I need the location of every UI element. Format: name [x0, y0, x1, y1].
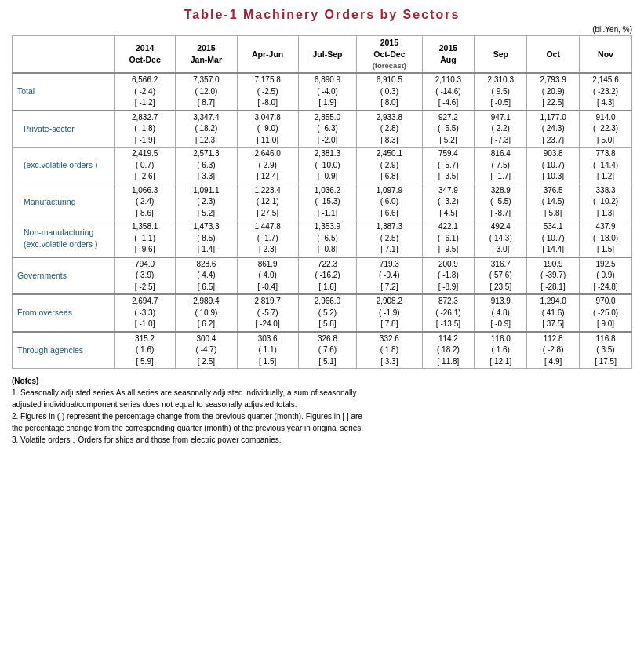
- row-label-2: (exc.volatile orders ): [13, 148, 115, 184]
- data-cell-r3-c5: 347.9 ( -3.2) [ 4.5]: [422, 184, 475, 220]
- data-cell-r7-c7: 112.8 ( -2.8) [ 4.9]: [527, 332, 580, 369]
- unit-label: (bil.Yen, %): [12, 25, 632, 34]
- data-cell-r7-c5: 114.2 ( 18.2) [ 11.8]: [422, 332, 475, 369]
- note-line-2: adjusted individual/component series doe…: [12, 399, 632, 410]
- data-cell-r0-c4: 6,910.5 ( 0.3) [ 8.0]: [357, 73, 422, 111]
- col-header-sep: Sep: [475, 36, 527, 74]
- data-cell-r5-c7: 190.9 ( -39.7) [ -28.1]: [527, 257, 580, 295]
- col-header-jul: Jul-Sep: [298, 36, 356, 74]
- notes-section: (Notes)1. Seasonally adjusted series.As …: [12, 375, 632, 446]
- data-cell-r3-c0: 1,066.3 ( 2.4) [ 8.6]: [115, 184, 176, 220]
- data-cell-r0-c3: 6,890.9 ( -4.0) [ 1.9]: [298, 73, 356, 111]
- note-line-4: the percentage change from the correspon…: [12, 422, 632, 434]
- col-header-apr: Apr-Jun: [237, 36, 298, 74]
- data-cell-r2-c0: 2,419.5 ( 0.7) [ -2.6]: [115, 148, 176, 184]
- data-cell-r1-c4: 2,933.8 ( 2.8) [ 8.3]: [357, 111, 422, 148]
- data-cell-r2-c3: 2,381.3 ( -10.0) [ -0.9]: [298, 148, 356, 184]
- data-cell-r1-c6: 947.1 ( 2.2) [ -7.3]: [475, 111, 527, 148]
- data-cell-r4-c1: 1,473.3 ( 8.5) [ 1.4]: [176, 220, 237, 257]
- col-header-label: [13, 36, 115, 74]
- data-cell-r2-c4: 2,450.1 ( 2.9) [ 6.8]: [357, 148, 422, 184]
- data-cell-r1-c3: 2,855.0 ( -6.3) [ -2.0]: [298, 111, 356, 148]
- data-cell-r1-c1: 3,347.4 ( 18.2) [ 12.3]: [176, 111, 237, 148]
- data-cell-r2-c5: 759.4 ( -5.7) [ -3.5]: [422, 148, 475, 184]
- data-cell-r1-c2: 3,047.8 ( -9.0) [ 11.0]: [237, 111, 298, 148]
- data-cell-r5-c0: 794.0 ( 3.9) [ -2.5]: [115, 257, 176, 295]
- row-label-4: Non-manufacturing(exc.volatile orders ): [13, 220, 115, 257]
- data-cell-r3-c4: 1,097.9 ( 6.0) [ 6.6]: [357, 184, 422, 220]
- row-label-7: Through agencies: [13, 332, 115, 369]
- data-cell-r0-c7: 2,793.9 ( 20.9) [ 22.5]: [527, 73, 580, 111]
- data-cell-r1-c5: 927.2 ( -5.5) [ 5.2]: [422, 111, 475, 148]
- data-cell-r7-c0: 315.2 ( 1.6) [ 5.9]: [115, 332, 176, 369]
- col-header-nov: Nov: [580, 36, 632, 74]
- data-cell-r6-c2: 2,819.7 ( -5.7) [ -24.0]: [237, 294, 298, 332]
- data-cell-r2-c7: 903.8 ( 10.7) [ 10.3]: [527, 148, 580, 184]
- data-cell-r7-c3: 326.8 ( 7.6) [ 5.1]: [298, 332, 356, 369]
- data-cell-r4-c5: 422.1 ( -6.1) [ -9.5]: [422, 220, 475, 257]
- note-line-0: (Notes): [12, 375, 632, 387]
- row-label-5: Governments: [13, 257, 115, 295]
- data-cell-r2-c8: 773.8 ( -14.4) [ 1.2]: [580, 148, 632, 184]
- col-header-oct-dec: 2015Oct-Dec(forecast): [357, 36, 422, 74]
- data-cell-r4-c4: 1,387.3 ( 2.5) [ 7.1]: [357, 220, 422, 257]
- data-cell-r2-c2: 2,646.0 ( 2.9) [ 12.4]: [237, 148, 298, 184]
- data-cell-r5-c2: 861.9 ( 4.0) [ -0.4]: [237, 257, 298, 295]
- row-label-3: Manufacturing: [13, 184, 115, 220]
- data-cell-r7-c2: 303.6 ( 1.1) [ 1.5]: [237, 332, 298, 369]
- data-cell-r3-c3: 1,036.2 ( -15.3) [ -1.1]: [298, 184, 356, 220]
- data-cell-r3-c8: 338.3 ( -10.2) [ 1.3]: [580, 184, 632, 220]
- data-cell-r2-c1: 2,571.3 ( 6.3) [ 3.3]: [176, 148, 237, 184]
- data-cell-r2-c6: 816.4 ( 7.5) [ -1.7]: [475, 148, 527, 184]
- col-header-2015jan: 2015Jan-Mar: [176, 36, 237, 74]
- data-cell-r1-c8: 914.0 ( -22.3) [ 5.0]: [580, 111, 632, 148]
- data-cell-r7-c4: 332.6 ( 1.8) [ 3.3]: [357, 332, 422, 369]
- data-cell-r0-c2: 7,175.8 ( -2.5) [ -8.0]: [237, 73, 298, 111]
- col-header-2015-main: 2015Aug: [422, 36, 475, 74]
- data-cell-r4-c8: 437.9 ( -18.0) [ 1.5]: [580, 220, 632, 257]
- data-cell-r5-c1: 828.6 ( 4.4) [ 6.5]: [176, 257, 237, 295]
- data-cell-r4-c7: 534.1 ( 10.7) [ 14.4]: [527, 220, 580, 257]
- data-cell-r6-c5: 872.3 ( -26.1) [ -13.5]: [422, 294, 475, 332]
- row-label-6: From overseas: [13, 294, 115, 332]
- data-cell-r3-c7: 376.5 ( 14.5) [ 5.8]: [527, 184, 580, 220]
- data-cell-r5-c3: 722.3 ( -16.2) [ 1.6]: [298, 257, 356, 295]
- data-cell-r7-c1: 300.4 ( -4.7) [ 2.5]: [176, 332, 237, 369]
- data-cell-r1-c7: 1,177.0 ( 24.3) [ 23.7]: [527, 111, 580, 148]
- data-cell-r0-c0: 6,566.2 ( -2.4) [ -1.2]: [115, 73, 176, 111]
- data-cell-r7-c8: 116.8 ( 3.5) [ 17.5]: [580, 332, 632, 369]
- note-line-3: 2. Figures in ( ) represent the percenta…: [12, 410, 632, 422]
- data-cell-r0-c5: 2,110.3 ( -14.6) [ -4.6]: [422, 73, 475, 111]
- data-cell-r6-c8: 970.0 ( -25.0) [ 9.0]: [580, 294, 632, 332]
- row-label-1: Private-sector: [13, 111, 115, 148]
- data-cell-r5-c8: 192.5 ( 0.9) [ -24.8]: [580, 257, 632, 295]
- data-cell-r1-c0: 2,832.7 ( -1.8) [ -1.9]: [115, 111, 176, 148]
- data-cell-r4-c3: 1,353.9 ( -6.5) [ -0.8]: [298, 220, 356, 257]
- data-cell-r6-c4: 2,908.2 ( -1.9) [ 7.8]: [357, 294, 422, 332]
- data-cell-r3-c2: 1,223.4 ( 12.1) [ 27.5]: [237, 184, 298, 220]
- data-cell-r0-c1: 7,357.0 ( 12.0) [ 8.7]: [176, 73, 237, 111]
- data-cell-r6-c7: 1,294.0 ( 41.6) [ 37.5]: [527, 294, 580, 332]
- data-cell-r0-c8: 2,145.6 ( -23.2) [ 4.3]: [580, 73, 632, 111]
- data-cell-r6-c3: 2,966.0 ( 5.2) [ 5.8]: [298, 294, 356, 332]
- data-cell-r6-c1: 2,989.4 ( 10.9) [ 6.2]: [176, 294, 237, 332]
- data-cell-r4-c0: 1,358.1 ( -1.1) [ -9.6]: [115, 220, 176, 257]
- note-line-1: 1. Seasonally adjusted series.As all ser…: [12, 387, 632, 399]
- data-cell-r4-c2: 1,447.8 ( -1.7) [ 2.3]: [237, 220, 298, 257]
- row-label-0: Total: [13, 73, 115, 111]
- data-cell-r6-c6: 913.9 ( 4.8) [ -0.9]: [475, 294, 527, 332]
- data-cell-r3-c6: 328.9 ( -5.5) [ -8.7]: [475, 184, 527, 220]
- note-line-5: 3. Volatile orders：Orders for ships and …: [12, 434, 632, 446]
- data-cell-r0-c6: 2,310.3 ( 9.5) [ -0.5]: [475, 73, 527, 111]
- data-cell-r7-c6: 116.0 ( 1.6) [ 12.1]: [475, 332, 527, 369]
- data-cell-r5-c5: 200.9 ( -1.8) [ -8.9]: [422, 257, 475, 295]
- col-header-oct: Oct: [527, 36, 580, 74]
- main-table: 2014Oct-Dec 2015Jan-Mar Apr-Jun Jul-Sep …: [12, 35, 632, 369]
- data-cell-r5-c6: 316.7 ( 57.6) [ 23.5]: [475, 257, 527, 295]
- data-cell-r6-c0: 2,694.7 ( -3.3) [ -1.0]: [115, 294, 176, 332]
- data-cell-r4-c6: 492.4 ( 14.3) [ 3.0]: [475, 220, 527, 257]
- page-title: Table-1 Machinery Orders by Sectors: [12, 8, 632, 22]
- data-cell-r5-c4: 719.3 ( -0.4) [ 7.2]: [357, 257, 422, 295]
- data-cell-r3-c1: 1,091.1 ( 2.3) [ 5.2]: [176, 184, 237, 220]
- col-header-2014oct: 2014Oct-Dec: [115, 36, 176, 74]
